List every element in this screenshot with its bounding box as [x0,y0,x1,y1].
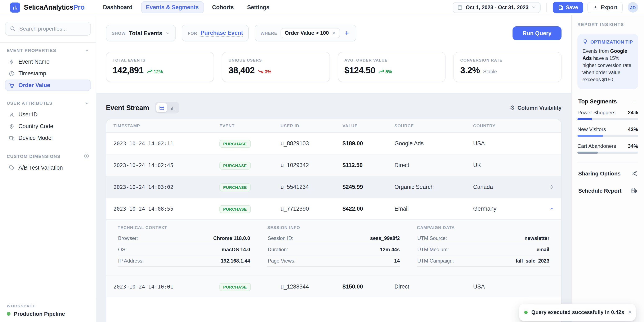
nav-item-events-segments[interactable]: Events & Segments [141,1,204,14]
more-menu-icon[interactable]: ··· [631,99,637,105]
export-button[interactable]: Export [588,2,623,13]
cell-country: UK [473,162,539,168]
progress-bar [578,118,638,120]
sidebar-item-event-name[interactable]: Event Name [5,56,91,68]
cell-country: USA [473,140,539,146]
table-row[interactable]: 2023-10-24 14:02:45 PURCHASE u_1029342 $… [106,154,561,176]
event-badge: PURCHASE [220,205,250,213]
column-header-source[interactable]: SOURCE [394,124,473,128]
clock-icon [9,70,15,76]
schedule-report-button[interactable]: Schedule Report [578,182,638,200]
expand-row-icon[interactable] [539,184,562,190]
segment-power-shoppers: Power Shoppers 24% [578,110,638,120]
detail-value: newsletter [524,235,549,241]
sidebar-item-label: Timestamp [18,70,46,77]
cell-user-id: u_7712390 [280,206,342,212]
table-row[interactable]: 2023-10-24 14:10:01 PURCHASE u_1288344 $… [106,276,561,297]
show-selector[interactable]: SHOW Total Events [106,25,176,42]
detail-value: 12m 44s [380,247,400,252]
detail-group-campaign-data: CAMPAIGN DATA UTM Source:newsletter UTM … [417,225,550,267]
table-row[interactable]: 2023-10-24 14:03:02 PURCHASE u_5541234 $… [106,176,561,198]
filter-chip[interactable]: Order Value > 100 ✕ [280,28,340,38]
cell-timestamp: 2023-10-24 14:02:45 [106,162,220,168]
metric-value: 3.2% [460,65,480,75]
app-root: SelicaAnalyticsPro Dashboard Events & Se… [0,0,644,322]
nav-item-dashboard[interactable]: Dashboard [98,1,138,14]
column-visibility-button[interactable]: ⚙ Column Visibility [510,104,562,111]
table-view-button[interactable] [156,103,167,112]
event-stream-title: Event Stream [106,104,149,112]
sidebar-item-label: Device Model [18,135,53,141]
nav-item-settings[interactable]: Settings [242,1,275,14]
share-icon [631,171,637,177]
workspace-name: Production Pipeline [14,311,65,317]
column-visibility-label: Column Visibility [518,104,562,111]
download-icon [593,5,598,10]
chevron-down-icon[interactable] [84,101,89,105]
cell-user-id: u_1029342 [280,162,342,168]
close-icon[interactable]: ✕ [628,310,632,315]
for-value[interactable]: Purchase Event [200,30,243,37]
brand-name: SelicaAnalyticsPro [24,3,84,11]
add-filter-button[interactable]: + [343,29,350,37]
metric-label: AVG. ORDER VALUE [344,58,439,62]
detail-key: UTM Source: [417,235,447,241]
column-header-value[interactable]: VALUE [342,124,394,128]
sidebar-section-user-attributes: USER ATTRIBUTES User ID Country Code [0,93,96,146]
where-filter-group: WHERE Order Value > 100 ✕ + [255,25,356,42]
detail-group-title: CAMPAIGN DATA [417,225,550,230]
sidebar-item-order-value[interactable]: Order Value [5,80,91,91]
calendar-icon [457,4,463,10]
column-header-country[interactable]: COUNTRY [473,124,539,128]
cell-source: Direct [394,162,473,168]
chart-view-button[interactable] [167,103,178,112]
nav-item-cohorts[interactable]: Cohorts [207,1,239,14]
report-insights-panel: REPORT INSIGHTS OPTIMIZATION TIP Events … [571,15,644,322]
section-title: CUSTOM DIMENSIONS [7,154,60,158]
cell-user-id: u_8829103 [280,140,342,146]
calendar-refresh-icon [631,188,637,194]
column-header-timestamp[interactable]: TIMESTAMP [106,124,220,128]
sidebar-item-country-code[interactable]: Country Code [5,120,91,132]
sharing-options-button[interactable]: Sharing Options [578,165,638,182]
tag-icon [9,165,15,171]
sidebar-item-device-model[interactable]: Device Model [5,132,91,144]
column-header-user-id[interactable]: USER ID [280,124,342,128]
plus-circle-icon[interactable] [84,153,89,159]
collapse-row-icon[interactable] [539,206,562,212]
sidebar-item-user-id[interactable]: User ID [5,109,91,120]
workspace-selector[interactable]: Production Pipeline [7,311,89,317]
cell-value: $422.00 [342,206,394,212]
metric-cards: TOTAL EVENTS 142,891 12% UNIQUE USERS 38… [106,42,562,93]
table-row[interactable]: 2023-10-24 14:02:11 PURCHASE u_8829103 $… [106,133,561,154]
date-range-picker[interactable]: Oct 1, 2023 - Oct 31, 2023 [453,2,540,13]
metric-value: 142,891 [113,65,144,75]
user-avatar[interactable]: JD [628,2,638,12]
optimization-tip-card: OPTIMIZATION TIP Events from Google Ads … [578,34,638,90]
tip-label: OPTIMIZATION TIP [590,39,633,44]
metric-label: UNIQUE USERS [228,58,323,62]
chevron-down-icon[interactable] [84,48,89,52]
sidebar-item-timestamp[interactable]: Timestamp [5,68,91,79]
cell-country: Germany [473,206,539,212]
table-row-expanded[interactable]: 2023-10-24 14:08:55 PURCHASE u_7712390 $… [106,198,561,220]
navbar-right: Oct 1, 2023 - Oct 31, 2023 Save Export J… [453,2,638,13]
for-selector[interactable]: FOR Purchase Event [182,25,249,42]
table-icon [159,105,164,110]
detail-key: UTM Campaign: [417,258,454,264]
sidebar-item-label: Country Code [18,123,54,130]
query-builder: SHOW Total Events FOR Purchase Event WHE… [96,15,571,93]
sidebar-item-ab-test-variation[interactable]: A/B Test Variation [5,162,91,173]
cell-user-id: u_5541234 [280,184,342,190]
detail-value: 14 [394,258,400,264]
cell-source: Organic Search [394,184,473,190]
detail-value: macOS 14.0 [222,247,250,252]
search-input[interactable] [5,22,91,36]
search-wrap [5,22,91,36]
metric-card-total-events: TOTAL EVENTS 142,891 12% [106,52,214,82]
cell-timestamp: 2023-10-24 14:10:01 [106,284,220,290]
remove-filter-icon[interactable]: ✕ [332,30,336,36]
save-button[interactable]: Save [553,2,583,13]
column-header-event[interactable]: EVENT [220,124,280,128]
run-query-button[interactable]: Run Query [512,26,562,40]
